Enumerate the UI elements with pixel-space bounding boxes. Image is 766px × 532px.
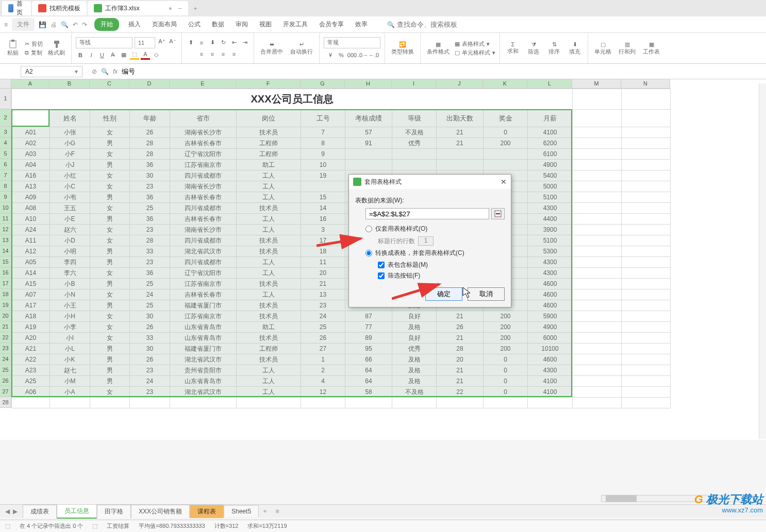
cell[interactable]: 91 — [345, 138, 392, 149]
cell[interactable]: A08 — [12, 203, 50, 214]
cell[interactable] — [622, 268, 671, 279]
right-panel-collapsed[interactable] — [759, 83, 766, 439]
cell[interactable]: 工程师 — [237, 149, 301, 160]
row-header[interactable]: 6 — [0, 159, 11, 170]
cell[interactable]: 36 — [130, 214, 170, 225]
cell[interactable]: 工人 — [237, 181, 301, 192]
cell[interactable]: 技术员 — [237, 333, 301, 344]
cell[interactable]: 58 — [345, 387, 392, 398]
column-header[interactable]: 工号 — [301, 110, 345, 127]
cell[interactable]: 优秀 — [392, 344, 437, 354]
cell[interactable]: 助工 — [237, 160, 301, 170]
menu-formula[interactable]: 公式 — [186, 18, 203, 31]
add-tab-button[interactable]: ＋ — [189, 2, 202, 14]
cell[interactable]: 25 — [130, 203, 170, 214]
cell[interactable] — [301, 181, 345, 192]
menu-icon[interactable]: ≡ — [4, 21, 8, 28]
fill-color-button[interactable]: ⬚ — [130, 50, 139, 60]
cell[interactable]: A14 — [12, 268, 50, 279]
merge-center[interactable]: ⬌合并居中 — [258, 40, 285, 57]
tab-workbook[interactable]: 工作簿3.xlsx●– — [88, 1, 188, 15]
fill-button[interactable]: ⬇填充 — [566, 40, 584, 57]
cell[interactable]: 18 — [301, 246, 345, 257]
align-top[interactable]: ⬆ — [186, 38, 195, 47]
cell[interactable]: 江苏省南京市 — [170, 279, 237, 289]
cell[interactable]: A21 — [12, 344, 50, 354]
select-all-corner[interactable] — [0, 79, 11, 89]
cell[interactable]: 4900 — [528, 160, 573, 170]
cell[interactable]: 男 — [90, 365, 130, 376]
dec-dec[interactable]: ←.0 — [369, 50, 378, 60]
cell[interactable]: 4400 — [528, 214, 573, 225]
cell[interactable]: 26 — [130, 354, 170, 365]
cell[interactable]: 王五 — [50, 203, 90, 214]
cell[interactable]: 小N — [50, 289, 90, 300]
indent-inc[interactable]: ⇥ — [240, 38, 249, 47]
cell[interactable]: 4900 — [528, 322, 573, 333]
cell[interactable]: 福建省厦门市 — [170, 344, 237, 354]
cell[interactable]: 0 — [484, 365, 528, 376]
cell[interactable]: A24 — [12, 225, 50, 235]
type-convert[interactable]: 🔁类型转换 — [389, 40, 416, 57]
cell[interactable]: 25 — [130, 300, 170, 311]
cell[interactable]: 0 — [484, 387, 528, 398]
cell[interactable] — [573, 138, 622, 149]
cell[interactable]: 技术员 — [237, 246, 301, 257]
cell[interactable]: 男 — [90, 192, 130, 203]
cell[interactable]: 4100 — [528, 127, 573, 138]
cell-button[interactable]: ▢单元格 — [592, 40, 613, 57]
cell[interactable]: 4 — [301, 376, 345, 387]
cell[interactable]: 工人 — [237, 387, 301, 398]
undo-icon[interactable]: ↶ — [73, 21, 78, 28]
cell[interactable] — [573, 322, 622, 333]
cell[interactable]: 工人 — [237, 214, 301, 225]
cell[interactable]: A09 — [12, 192, 50, 203]
cell[interactable]: 21 — [437, 333, 484, 344]
cell[interactable]: 良好 — [392, 311, 437, 322]
cell[interactable] — [573, 203, 622, 214]
cell[interactable]: 小李 — [50, 322, 90, 333]
cell[interactable]: 66 — [345, 354, 392, 365]
cell[interactable]: 36 — [130, 192, 170, 203]
cell[interactable]: 2 — [301, 365, 345, 376]
cell[interactable]: 25 — [130, 279, 170, 289]
cell[interactable] — [622, 344, 671, 354]
orientation[interactable]: ↻ — [219, 38, 228, 47]
cell[interactable]: 0 — [484, 354, 528, 365]
cell[interactable]: 小E — [50, 214, 90, 225]
cell[interactable] — [573, 192, 622, 203]
cond-format[interactable]: ▦条件格式 — [425, 40, 452, 57]
option-convert-table[interactable]: 转换成表格，并套用表格样式(C) — [365, 249, 505, 258]
cell[interactable]: 男 — [90, 160, 130, 170]
menu-dev[interactable]: 开发工具 — [281, 18, 310, 31]
cell[interactable] — [622, 333, 671, 344]
cell[interactable] — [622, 289, 671, 300]
cell[interactable]: 小明 — [50, 246, 90, 257]
cell[interactable]: 男 — [90, 138, 130, 149]
row-header[interactable]: 7 — [0, 170, 11, 181]
cell[interactable]: 技术员 — [237, 203, 301, 214]
cell[interactable]: 10 — [301, 160, 345, 170]
cell[interactable]: 5300 — [528, 246, 573, 257]
col-header[interactable]: L — [527, 79, 572, 89]
cell[interactable]: 不及格 — [392, 387, 437, 398]
row-header[interactable]: 26 — [0, 375, 11, 386]
cell[interactable]: 优秀 — [392, 138, 437, 149]
sort-button[interactable]: ⇅排序 — [545, 40, 563, 57]
cell[interactable]: 湖北省武汉市 — [170, 387, 237, 398]
cell[interactable]: 21 — [437, 127, 484, 138]
bold-button[interactable]: B — [76, 50, 85, 60]
cell[interactable]: 技术员 — [237, 354, 301, 365]
cell[interactable] — [573, 387, 622, 398]
preview-icon[interactable]: 🔍 — [61, 21, 69, 28]
col-header[interactable]: N — [621, 79, 670, 89]
align-justify[interactable]: ≡ — [229, 49, 239, 59]
cancel-edit-icon[interactable]: ⊘ — [92, 68, 97, 75]
cell[interactable]: 福建省厦门市 — [170, 300, 237, 311]
cell[interactable]: 女 — [90, 127, 130, 138]
cell[interactable]: 200 — [484, 333, 528, 344]
cell[interactable]: 小A — [50, 387, 90, 398]
cancel-button[interactable]: 取消 — [468, 287, 505, 301]
cell[interactable]: 4600 — [528, 289, 573, 300]
worksheet-button[interactable]: ▦工作表 — [641, 40, 662, 57]
